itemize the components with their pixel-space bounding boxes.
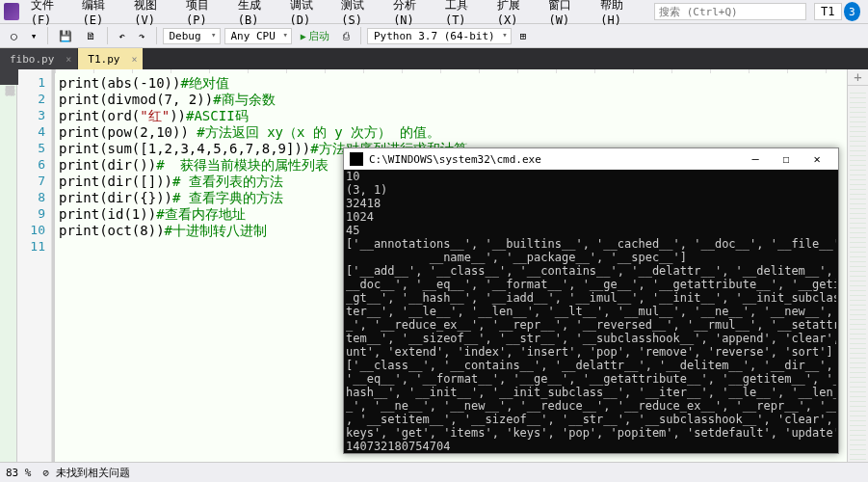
save-all-icon[interactable]: 🗎 bbox=[81, 27, 101, 45]
status-bar: 83 % ⊘ 未找到相关问题 bbox=[0, 462, 868, 482]
cmd-title-text: C:\WINDOWS\system32\cmd.exe bbox=[369, 153, 541, 166]
cmd-output[interactable]: 10(3, 1)32418102445['__annotations__', '… bbox=[344, 170, 838, 453]
menu-bar: 文件(F) 编辑(E) 视图(V) 项目(P) 生成(B) 调试(D) 测试(S… bbox=[0, 0, 868, 23]
config-dropdown[interactable]: Debug bbox=[163, 28, 221, 44]
split-icon[interactable]: + bbox=[848, 69, 868, 86]
maximize-icon[interactable]: ☐ bbox=[771, 152, 802, 166]
python-env-dropdown[interactable]: Python 3.7 (64-bit) bbox=[367, 28, 512, 44]
server-explorer-tab[interactable]: 服务器资源管理器 bbox=[0, 69, 18, 85]
menu-window[interactable]: 窗口(W) bbox=[542, 0, 592, 29]
solution-name: T1 bbox=[814, 3, 841, 20]
line-gutter: 1234567891011 bbox=[17, 69, 52, 462]
menu-help[interactable]: 帮助(H) bbox=[594, 0, 644, 29]
vs-logo-icon bbox=[4, 3, 19, 20]
menu-test[interactable]: 测试(S) bbox=[335, 0, 385, 29]
minimap[interactable] bbox=[850, 93, 866, 462]
menu-tools[interactable]: 工具(T) bbox=[439, 0, 489, 29]
search-input[interactable] bbox=[654, 3, 806, 20]
zoom-level[interactable]: 83 % bbox=[6, 467, 32, 479]
menu-edit[interactable]: 编辑(E) bbox=[76, 0, 126, 29]
minimize-icon[interactable]: — bbox=[740, 152, 771, 166]
document-tabstrip: fibo.py× T1.py× bbox=[0, 48, 868, 69]
redo-icon[interactable]: ↷ bbox=[134, 27, 150, 45]
outline-strip bbox=[0, 69, 17, 462]
menu-analyze[interactable]: 分析(N) bbox=[387, 0, 437, 29]
start-button[interactable]: 启动 bbox=[296, 26, 334, 46]
menu-file[interactable]: 文件(F) bbox=[25, 0, 75, 29]
close-icon[interactable]: × bbox=[131, 54, 137, 65]
env-settings-icon[interactable]: ⊞ bbox=[515, 27, 532, 45]
menu-project[interactable]: 项目(P) bbox=[180, 0, 230, 29]
tab-t1[interactable]: T1.py× bbox=[78, 48, 143, 69]
undo-icon[interactable]: ↶ bbox=[114, 27, 130, 45]
save-icon[interactable]: 💾 bbox=[54, 27, 77, 45]
menu-debug[interactable]: 调试(D) bbox=[284, 0, 334, 29]
issues-status[interactable]: ⊘ 未找到相关问题 bbox=[43, 466, 130, 480]
menu-extensions[interactable]: 扩展(X) bbox=[491, 0, 541, 29]
attach-icon[interactable]: ⎙ bbox=[338, 27, 355, 45]
nav-back-icon[interactable]: ◯ bbox=[6, 27, 22, 45]
cmd-icon bbox=[350, 152, 363, 166]
cmd-titlebar[interactable]: C:\WINDOWS\system32\cmd.exe — ☐ ✕ bbox=[344, 148, 838, 170]
nav-fwd-icon[interactable]: ▾ bbox=[26, 27, 42, 45]
menu-view[interactable]: 视图(V) bbox=[128, 0, 178, 29]
menu-build[interactable]: 生成(B) bbox=[232, 0, 282, 29]
tab-fibo[interactable]: fibo.py× bbox=[0, 48, 77, 69]
right-strip: + bbox=[847, 69, 868, 462]
close-icon[interactable]: ✕ bbox=[802, 152, 832, 166]
platform-dropdown[interactable]: Any CPU bbox=[224, 28, 292, 44]
user-badge[interactable]: 3 bbox=[844, 2, 860, 21]
close-icon[interactable]: × bbox=[66, 54, 71, 65]
cmd-window[interactable]: C:\WINDOWS\system32\cmd.exe — ☐ ✕ 10(3, … bbox=[343, 147, 839, 454]
